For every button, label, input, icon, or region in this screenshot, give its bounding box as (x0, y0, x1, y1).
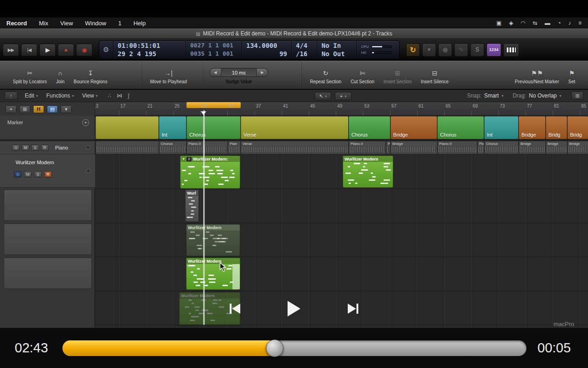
lcd-division[interactable]: /16 (296, 50, 313, 58)
lcd-beats[interactable]: 99 (246, 50, 287, 58)
nudge-increment-icon[interactable]: ▶ (257, 70, 268, 75)
toolbar-cut-section-button[interactable]: ✄Cut Section (347, 61, 378, 89)
pointer-tool-button[interactable]: ↖ ▾ (315, 92, 331, 100)
menu-item-help[interactable]: Help (133, 20, 146, 27)
seek-thumb[interactable] (266, 339, 283, 357)
wurlitzer-track-header[interactable]: Wurlitzer Modern ⊙ M S R (0, 155, 95, 188)
clock-icon[interactable]: ◔ (558, 20, 561, 26)
track-alternatives-button[interactable]: ▤ (47, 105, 58, 113)
nudge-decrement-icon[interactable]: ◀ (210, 70, 221, 75)
lcd-time-signature[interactable]: 4/4 (296, 41, 313, 50)
hide-tracks-button[interactable]: H (33, 105, 44, 113)
overview-region-piano-0[interactable]: Piano.0 (437, 141, 477, 154)
wifi-icon[interactable]: ◠ (520, 20, 525, 26)
toolbar-move-to-playhead-button[interactable]: →|Move to Playhead (147, 61, 191, 89)
marker-bridg[interactable]: Bridg (546, 116, 567, 139)
menu-view[interactable]: View▾ (82, 92, 98, 99)
library-toggle-button[interactable]: ↑ (5, 92, 17, 100)
marker-bridg[interactable]: Bridg (567, 116, 588, 139)
cycle-button[interactable]: ↻ (406, 43, 420, 57)
marker-chorus[interactable]: Chorus (349, 116, 390, 139)
lcd-time[interactable]: 01:00:51:01 (118, 41, 181, 50)
metronome-button[interactable]: ◎ (438, 43, 452, 57)
screen-record-icon[interactable]: ▣ (497, 20, 502, 26)
toolbar-insert-silence-button[interactable]: ⊟Insert Silence (417, 61, 452, 89)
solo-button[interactable]: S (470, 43, 484, 57)
sync-arrows-icon[interactable]: ⇆ (533, 20, 537, 26)
power-button[interactable]: ⊙ (12, 144, 20, 151)
take-lane-header[interactable] (4, 258, 92, 289)
pencil-button[interactable]: ✎ (454, 43, 468, 57)
lcd-tempo[interactable]: 134.0000 (246, 41, 287, 50)
toolbar-set-button[interactable]: ⚑Set (565, 61, 579, 89)
battery-icon[interactable]: ▬ (545, 20, 550, 26)
marker-chorus[interactable]: Chorus (437, 116, 484, 139)
midi-region-wurlitzer-modern[interactable]: ▼2Wurlitzer Modern: (180, 155, 240, 189)
bar-ruler[interactable]: 13172125293337414549535761656973778185 (95, 102, 588, 116)
toolbar-repeat-section-button[interactable]: ↻Repeat Section (306, 61, 345, 89)
mute-button[interactable]: M (22, 144, 29, 151)
marker-bridge[interactable]: Bridge (519, 116, 545, 139)
add-marker-button[interactable]: + (82, 119, 89, 126)
lcd-position[interactable]: 29 2 4 195 (118, 50, 181, 58)
overview-region-pi[interactable]: Pi (386, 141, 390, 154)
overview-region-bridge[interactable]: Bridge (567, 141, 588, 154)
midi-region-wurlitzer-modern[interactable]: Wurlitzer Modern (186, 224, 240, 256)
lcd-cycle-start[interactable]: 0027 1 1 001 (190, 41, 237, 50)
lcd-settings-gear-icon[interactable]: ⚙ (99, 41, 113, 59)
overview-region-bridge[interactable]: Bridge (546, 141, 567, 154)
overview-region-bridge[interactable]: Bridge (390, 141, 437, 154)
menu-item-1[interactable]: 1 (118, 20, 121, 27)
overview-region[interactable] (96, 141, 158, 154)
menu-item-view[interactable]: View (60, 20, 73, 27)
record-enable-button[interactable]: R (41, 144, 49, 151)
marker-int[interactable]: Int (484, 116, 518, 139)
count-in-button[interactable]: 1234 (486, 43, 501, 57)
menu-functions[interactable]: Functions▾ (46, 92, 74, 99)
snap-value[interactable]: Smart (484, 92, 499, 99)
marker-verse[interactable]: Verse (241, 116, 348, 139)
autopunch-button[interactable]: × (422, 43, 436, 57)
record-enable-button[interactable]: R (44, 171, 52, 178)
menu-item-mix[interactable]: Mix (39, 20, 48, 27)
menu-item-window[interactable]: Window (85, 20, 106, 27)
mute-button[interactable]: M (24, 171, 32, 178)
editor-toggle-button[interactable]: ⊞ (571, 92, 583, 100)
seek-bar[interactable] (62, 340, 526, 356)
piano-track-header[interactable]: ⊙ M S R Piano (0, 141, 95, 154)
menu-list-icon[interactable]: ≡ (578, 20, 582, 26)
take-lane-header[interactable] (4, 224, 92, 255)
previous-button[interactable] (230, 304, 240, 314)
record-button[interactable]: ● (58, 44, 74, 56)
toolbar-insert-section-button[interactable]: ⊞Insert Section (380, 61, 415, 89)
playhead[interactable] (204, 110, 204, 325)
add-track-button[interactable]: + (6, 105, 17, 113)
duplicate-track-button[interactable]: ⊞ (19, 105, 30, 113)
forward-button[interactable]: ▶▶ (3, 44, 19, 56)
midi-region-wurlitzer-modern[interactable]: Wurlitzer Modern (186, 258, 240, 290)
next-button[interactable] (348, 304, 358, 314)
overview-region-bridge[interactable]: Bridge (519, 141, 545, 154)
toolbar-previous-next-marker-button[interactable]: ⚑⚑Previous/Next Marker (511, 61, 563, 89)
toolbar-bounce-regions-button[interactable]: ↧Bounce Regions (70, 61, 111, 89)
overview-region-piano-0[interactable]: Piano.0 (187, 141, 227, 154)
secondary-tool-button[interactable]: + ▾ (335, 92, 351, 100)
play-overlay-button[interactable] (288, 301, 300, 316)
overview-region-chorus[interactable]: Chorus (159, 141, 186, 154)
overview-region-pian[interactable]: Pian (477, 141, 484, 154)
marker-chorus[interactable]: Chorus (187, 116, 240, 139)
disclosure-icon[interactable]: ▼ (182, 157, 185, 161)
overview-region-piano-0[interactable]: Piano.0 (349, 141, 385, 154)
crossfade-icon[interactable]: ⋈ (117, 92, 122, 99)
power-button[interactable]: ⊙ (14, 171, 22, 178)
toolbar-join-button[interactable]: ∩Join (52, 61, 68, 89)
lcd-cycle-end[interactable]: 0035 1 1 001 (190, 50, 237, 58)
toolbar-split-by-locators-button[interactable]: ✂Split by Locators (9, 61, 51, 89)
collapse-tracks-button[interactable]: ▾ (61, 105, 72, 113)
take-lane-header[interactable] (4, 190, 92, 221)
automation-icon[interactable]: ∴ (108, 92, 112, 99)
overview-region-pian[interactable]: Pian (228, 141, 240, 154)
capture-recording-button[interactable]: ◉ (76, 44, 92, 56)
volume-icon[interactable]: ♪ (568, 20, 571, 26)
menu-edit[interactable]: Edit▾ (25, 92, 38, 99)
